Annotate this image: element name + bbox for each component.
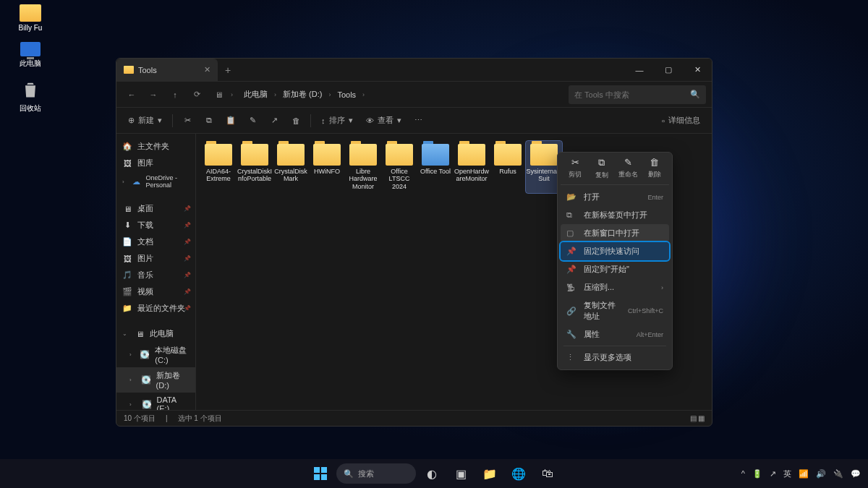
minimize-button[interactable]: — [625,59,654,82]
view-grid-button[interactable]: ▦ [698,414,705,422]
more-button[interactable]: ⋯ [409,111,429,130]
close-button[interactable]: ✕ [683,59,712,82]
menu-item-pin-start[interactable]: 📌固定到"开始" [561,260,669,278]
tray-battery-icon[interactable]: 🔋 [752,469,762,479]
menu-item-open[interactable]: 📂打开Enter [561,188,669,206]
details-pane-button[interactable]: ▫ 详细信息 [656,111,706,130]
breadcrumb-pc[interactable]: 此电脑 [240,87,271,102]
sidebar-quick-item[interactable]: 🖼图片📌 [116,250,195,267]
system-tray[interactable]: ^ 🔋 ↗ 英 📶 🔊 🔌 💬 [741,468,861,479]
menu-item-properties[interactable]: 🔧属性Alt+Enter [561,325,669,343]
sidebar-quick-item[interactable]: 📁最近的文件夹📌 [116,300,195,317]
start-button[interactable] [307,461,333,487]
tray-notification-icon[interactable]: 💬 [851,469,861,479]
tray-wifi-icon[interactable]: 📶 [799,469,809,479]
folder-icon [124,66,134,74]
sidebar-item-gallery[interactable]: 🖼图库 [116,155,195,171]
tray-ime-icon[interactable]: 英 [783,468,791,479]
taskbar-copilot[interactable]: ◐ [419,461,445,487]
context-icon-button[interactable]: ⧉复制 [590,157,613,180]
chevron-down-icon: ⌄ [122,330,129,337]
pin-icon: 📌 [184,272,191,278]
tray-arrow-icon[interactable]: ↗ [770,469,776,479]
file-item[interactable]: Rufus [490,141,526,193]
menu-item-show-more[interactable]: ⋮显示更多选项 [561,348,669,367]
context-icon-button[interactable]: ✂剪切 [563,157,587,180]
file-item[interactable]: Office Tool [417,141,454,193]
forward-button[interactable]: → [144,85,163,104]
maximize-button[interactable]: ▢ [654,59,683,82]
chevron-right-icon: › [129,401,137,408]
context-icon-button[interactable]: 🗑删除 [643,157,666,180]
sidebar-quick-item[interactable]: 🎵音乐📌 [116,267,195,283]
sidebar-quick-item[interactable]: 🎬视频📌 [116,283,195,300]
sidebar-quick-item[interactable]: 🖥桌面📌 [116,200,195,217]
file-item[interactable]: CrystalDiskMark [273,141,309,193]
sidebar-drive-item[interactable]: ›💽本地磁盘 (C:) [116,342,195,367]
menu-item-open-new-window[interactable]: ▢在新窗口中打开 [561,224,669,242]
desktop-icon-this-pc[interactable]: 此电脑 [9,42,52,69]
breadcrumb-folder[interactable]: Tools [333,88,359,101]
file-item[interactable]: Office LTSCC 2024 [381,141,417,193]
file-item[interactable]: HWiNFO [309,141,345,193]
tray-chevron-icon[interactable]: ^ [741,469,745,478]
folder-open-icon: 📂 [566,192,576,202]
menu-item-compress[interactable]: 🗜压缩到...› [561,278,669,296]
context-icon-button[interactable]: ✎重命名 [616,157,639,180]
view-button[interactable]: 👁 查看 ▾ [360,111,407,130]
pin-icon: 📌 [184,305,191,312]
tray-volume-icon[interactable]: 🔊 [816,469,826,479]
sidebar-quick-item[interactable]: ⬇下载📌 [116,217,195,234]
file-item[interactable]: CrystalDiskInfoPortable [237,141,273,193]
sidebar-drive-item[interactable]: ›💽新加卷 (D:) [116,367,195,393]
tray-power-icon[interactable]: 🔌 [833,469,843,479]
search-box[interactable]: 🔍 [569,85,706,104]
new-tab-button[interactable]: + [218,64,238,76]
sidebar-item-home[interactable]: 🏠主文件夹 [116,138,195,155]
share-button[interactable]: ↗ [264,111,284,130]
up-button[interactable]: ↑ [166,85,184,104]
new-button[interactable]: ⊕ 新建 ▾ [122,111,168,130]
breadcrumb-drive[interactable]: 新加卷 (D:) [279,87,326,102]
file-item[interactable]: OpenHardwareMonitor [454,141,490,193]
sidebar-item-onedrive[interactable]: ›☁OneDrive - Personal [116,171,195,192]
tab-close-button[interactable]: ✕ [204,65,210,74]
breadcrumbs[interactable]: 此电脑 › 新加卷 (D:) › Tools › [236,87,566,102]
file-item[interactable]: Libre Hardware Monitor [345,141,381,193]
menu-item-pin-quick-access[interactable]: 📌固定到快速访问 [561,242,669,260]
delete-button[interactable]: 🗑 [286,111,306,130]
cut-button[interactable]: ✂ [177,111,197,130]
chevron-right-icon: › [274,91,276,98]
taskbar-store[interactable]: 🛍 [535,461,561,487]
menu-item-copy-path[interactable]: 🔗复制文件地址Ctrl+Shift+C [561,296,669,325]
rename-button[interactable]: ✎ [242,111,263,130]
folder-icon [494,144,522,166]
taskbar-edge[interactable]: 🌐 [506,461,532,487]
drive-icon: 💽 [141,375,151,385]
chevron-right-icon: › [129,377,136,383]
search-input[interactable] [574,90,686,99]
desktop-icon-user-folder[interactable]: Billy Fu [9,4,52,32]
desktop-icon-recycle-bin[interactable]: 回收站 [9,78,52,114]
taskbar-task-view[interactable]: ▣ [448,461,474,487]
folder-icon [349,144,377,166]
taskbar-search[interactable]: 🔍搜索 [336,463,416,484]
copy-button[interactable]: ⧉ [199,111,219,130]
paste-button[interactable]: 📋 [221,111,241,130]
pc-icon[interactable]: 🖥 [209,85,228,104]
view-list-button[interactable]: ▤ [690,414,697,422]
tab-tools[interactable]: Tools ✕ [116,59,218,81]
svg-rect-2 [314,474,320,480]
sort-button[interactable]: ↕ 排序 ▾ [315,111,359,130]
sidebar-drive-item[interactable]: ›💽DATA (E:) [116,393,195,410]
taskbar-explorer[interactable]: 📁 [477,461,503,487]
sidebar-quick-item[interactable]: 📄文档📌 [116,234,195,250]
sidebar-item-this-pc[interactable]: ⌄🖥此电脑 [116,325,195,342]
chevron-right-icon: › [231,91,233,98]
refresh-button[interactable]: ⟳ [187,85,206,104]
menu-item-open-new-tab[interactable]: ⧉在新标签页中打开 [561,206,669,224]
item-icon: 🖥 [122,204,132,214]
file-item[interactable]: AIDA64-Extreme [200,141,237,193]
pin-icon: 📌 [184,255,191,262]
back-button[interactable]: ← [122,85,141,104]
